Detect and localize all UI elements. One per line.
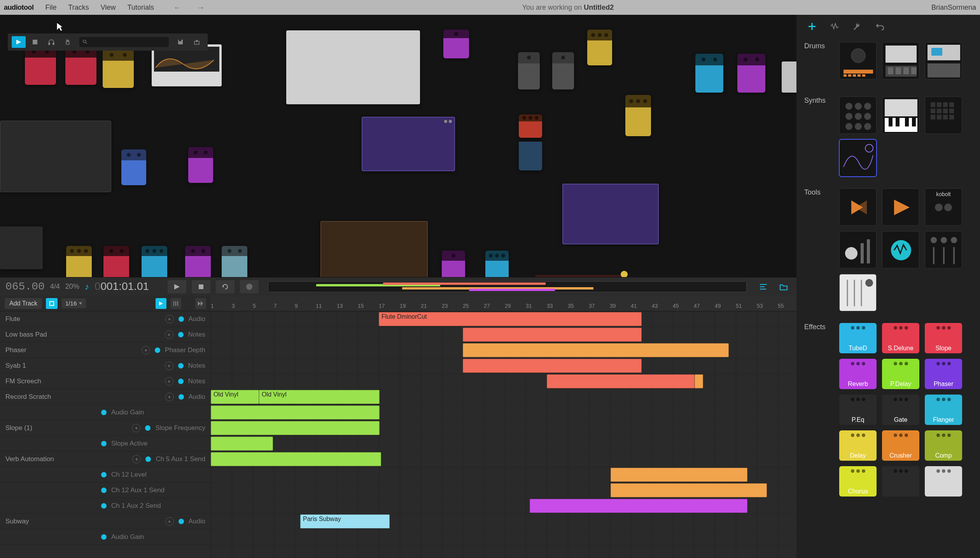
track-enable-dot[interactable]	[145, 425, 150, 431]
add-track-button[interactable]: Add Track	[5, 298, 42, 309]
drum-machine-thumb[interactable]	[839, 42, 877, 79]
loop-button[interactable]	[216, 280, 234, 293]
track-header-row[interactable]: Slope (1)+Slope Frequency	[0, 420, 211, 436]
output-device[interactable]	[535, 275, 625, 277]
effect-pedal-thumb[interactable]: Comp	[925, 430, 962, 461]
timeline-view-icon[interactable]	[756, 280, 771, 293]
add-automation-icon[interactable]: +	[142, 346, 150, 354]
effect-pedal-thumb[interactable]: TubeD	[839, 323, 877, 353]
pedal-device[interactable]	[103, 246, 129, 277]
skip-forward-icon[interactable]	[195, 298, 206, 309]
pedal-device[interactable]	[518, 52, 540, 89]
track-play-icon[interactable]	[156, 298, 166, 309]
track-enable-dot[interactable]	[178, 332, 184, 337]
menu-tutorials[interactable]: Tutorials	[128, 4, 154, 12]
add-automation-icon[interactable]: +	[165, 517, 174, 526]
partial-device[interactable]	[782, 61, 796, 93]
track-header-row[interactable]: Phaser+Phaser Depth	[0, 342, 211, 358]
tool-thumb[interactable]	[839, 274, 877, 311]
folder-icon[interactable]	[776, 280, 791, 293]
add-device-icon[interactable]	[806, 20, 818, 33]
track-enable-dot[interactable]	[178, 379, 184, 384]
effect-pedal-thumb[interactable]: P.Eq	[839, 395, 877, 425]
pedal-device[interactable]	[142, 246, 167, 277]
tool-thumb[interactable]	[882, 231, 919, 268]
track-enable-dot[interactable]	[101, 410, 107, 415]
timeline-clip[interactable]	[611, 468, 747, 482]
timeline-clip[interactable]	[611, 483, 767, 497]
effect-pedal-thumb[interactable]: Flanger	[925, 395, 962, 425]
track-header-row[interactable]: Audio Gain	[0, 529, 211, 545]
pedal-device[interactable]	[625, 95, 651, 136]
timeline-clip[interactable]: Flute DminorCut	[379, 312, 642, 326]
waveform-device[interactable]	[152, 44, 222, 86]
time-signature[interactable]: 4/4	[50, 283, 60, 291]
studio-canvas[interactable]: /*drawn visually*/	[0, 15, 796, 277]
wrench-icon[interactable]	[851, 20, 863, 33]
pedal-device[interactable]	[695, 54, 723, 93]
nav-forward-icon[interactable]: →	[197, 3, 205, 12]
pedal-device[interactable]	[587, 30, 612, 65]
undo-icon[interactable]	[873, 20, 886, 33]
effect-pedal-thumb[interactable]: Reverb	[839, 359, 877, 389]
add-automation-icon[interactable]: +	[165, 393, 174, 401]
track-enable-dot[interactable]	[101, 534, 107, 540]
track-header-row[interactable]: Ch 12 Aux 1 Send	[0, 483, 211, 498]
timeline-clip[interactable]	[547, 374, 695, 388]
pedal-device[interactable]	[443, 30, 469, 58]
effect-pedal-thumb[interactable]	[925, 466, 962, 497]
timeline-clip[interactable]	[211, 405, 380, 419]
track-param-label[interactable]: Audio Gain	[111, 409, 144, 416]
tool-thumb[interactable]	[839, 188, 877, 226]
track-param-label[interactable]: Ch 12 Level	[111, 471, 147, 479]
quantize-select[interactable]: 1/16	[61, 298, 86, 308]
nav-back-icon[interactable]: ←	[173, 3, 181, 12]
timeline-clip[interactable]	[463, 359, 642, 373]
tool-thumb[interactable]: kobolt	[925, 188, 962, 226]
save-icon[interactable]	[173, 36, 187, 48]
tool-thumb[interactable]	[882, 188, 919, 226]
pedal-device[interactable]	[25, 46, 56, 85]
track-enable-dot[interactable]	[178, 394, 184, 400]
timeline-clip[interactable]: Old Vinyl	[211, 390, 259, 404]
track-param-label[interactable]: Ch 12 Aux 1 Send	[111, 486, 164, 494]
headphones-icon[interactable]	[44, 36, 58, 48]
zoom-level[interactable]: 20%	[65, 283, 79, 291]
synth-device[interactable]	[0, 121, 111, 192]
track-header-row[interactable]: Syab 1+Notes	[0, 358, 211, 374]
user-name[interactable]: BrianSormena	[931, 4, 976, 12]
timeline-clip[interactable]	[530, 499, 747, 513]
screen-device[interactable]	[562, 184, 659, 244]
canvas-search-input[interactable]	[79, 37, 169, 47]
menu-tracks[interactable]: Tracks	[68, 4, 89, 12]
track-header-row[interactable]: Record Scratch+Audio	[0, 389, 211, 405]
pedal-device[interactable]	[552, 52, 574, 89]
timeline-clip[interactable]	[463, 328, 642, 342]
screen-device[interactable]	[362, 117, 455, 171]
track-enable-dot[interactable]	[101, 441, 107, 446]
pedal-device[interactable]	[66, 246, 92, 277]
pedal-device[interactable]	[442, 251, 465, 277]
timeline-clip[interactable]	[211, 421, 380, 435]
track-header-row[interactable]: Ch 12 Level	[0, 467, 211, 483]
effect-pedal-thumb[interactable]: P.Delay	[882, 359, 919, 389]
timeline-clip[interactable]	[463, 343, 729, 357]
timeline-grid[interactable]: 1357911131517192123252729313335373941434…	[211, 296, 796, 558]
timeline-scrubber[interactable]	[268, 281, 747, 292]
record-button[interactable]	[240, 280, 259, 293]
track-header-row[interactable]: Ch 1 Aux 2 Send	[0, 498, 211, 514]
synth-thumb[interactable]	[882, 97, 919, 134]
track-enable-dot[interactable]	[178, 316, 184, 322]
track-param-label[interactable]: Notes	[188, 377, 205, 385]
track-header-row[interactable]: Audio Gain	[0, 405, 211, 420]
drum-machine-thumb[interactable]	[882, 42, 919, 79]
track-enable-dot[interactable]	[145, 456, 151, 462]
effect-pedal-thumb[interactable]: S.Delune	[882, 323, 919, 353]
synth-thumb[interactable]	[839, 97, 877, 134]
tool-thumb[interactable]	[925, 231, 962, 268]
effect-pedal-thumb[interactable]: Crusher	[882, 430, 919, 461]
track-header-row[interactable]: Low bass Pad+Notes	[0, 327, 211, 342]
track-enable-dot[interactable]	[155, 347, 160, 353]
pedal-device[interactable]	[65, 46, 96, 85]
pedal-device[interactable]	[519, 114, 542, 138]
